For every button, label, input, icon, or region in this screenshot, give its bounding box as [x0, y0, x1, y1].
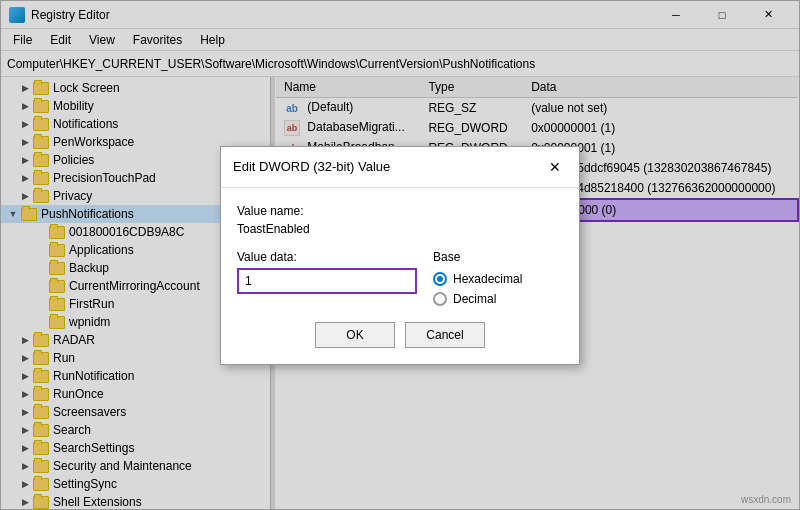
ok-button[interactable]: OK	[315, 322, 395, 348]
dialog-title: Edit DWORD (32-bit) Value	[233, 159, 390, 174]
radio-decimal-btn	[433, 292, 447, 306]
dialog-row: Value data: Base Hexadecimal	[237, 250, 563, 306]
dialog-buttons: OK Cancel	[237, 322, 563, 348]
cancel-button[interactable]: Cancel	[405, 322, 485, 348]
dialog-body: Value name: ToastEnabled Value data: Bas…	[221, 188, 579, 364]
dialog-title-bar: Edit DWORD (32-bit) Value ✕	[221, 147, 579, 188]
value-data-input[interactable]	[237, 268, 417, 294]
radio-decimal[interactable]: Decimal	[433, 292, 563, 306]
value-name-label: Value name:	[237, 204, 563, 218]
edit-dword-dialog: Edit DWORD (32-bit) Value ✕ Value name: …	[220, 146, 580, 365]
radio-decimal-label: Decimal	[453, 292, 496, 306]
radio-group: Hexadecimal Decimal	[433, 272, 563, 306]
radio-hexadecimal-label: Hexadecimal	[453, 272, 522, 286]
radio-hexadecimal[interactable]: Hexadecimal	[433, 272, 563, 286]
base-section: Base Hexadecimal Decimal	[433, 250, 563, 306]
value-data-label: Value data:	[237, 250, 417, 264]
value-name-value: ToastEnabled	[237, 222, 563, 236]
registry-editor-window: Registry Editor ─ □ ✕ File Edit View Fav…	[0, 0, 800, 510]
radio-hexadecimal-btn	[433, 272, 447, 286]
value-data-section: Value data:	[237, 250, 417, 306]
dialog-overlay: Edit DWORD (32-bit) Value ✕ Value name: …	[1, 1, 799, 509]
base-label: Base	[433, 250, 563, 264]
dialog-close-button[interactable]: ✕	[543, 155, 567, 179]
